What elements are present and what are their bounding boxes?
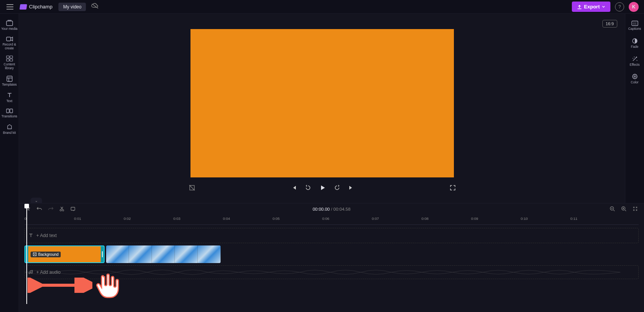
timeline-ruler[interactable]: 0 0:01 0:02 0:03 0:04 0:05 0:06 0:07 0:0…: [24, 215, 639, 225]
sidebar-label: Fade: [631, 45, 638, 49]
svg-rect-8: [10, 109, 13, 113]
ruler-tick: 0:10: [521, 216, 528, 221]
skip-start-button[interactable]: [291, 185, 297, 192]
library-icon: [6, 55, 13, 62]
zoom-out-button[interactable]: [610, 206, 615, 213]
transitions-icon: [6, 108, 13, 114]
current-time: 00:00.00: [313, 207, 330, 211]
sidebar-item-effects[interactable]: Effects: [626, 53, 644, 70]
clip-trim-handle-right[interactable]: [101, 246, 104, 262]
svg-rect-7: [6, 109, 9, 113]
svg-rect-1: [6, 37, 11, 41]
redo-button[interactable]: [48, 206, 53, 212]
top-header: Clipchamp My video Export ? K: [0, 0, 644, 14]
clipchamp-logo-icon: [19, 4, 27, 10]
clip-thumbnail: [198, 245, 221, 263]
svg-rect-2: [6, 56, 9, 58]
sidebar-item-captions[interactable]: CC Captions: [626, 18, 644, 34]
clip-thumbnail: [129, 245, 152, 263]
media-icon: [6, 20, 13, 26]
svg-rect-3: [10, 56, 13, 58]
play-button[interactable]: [320, 185, 326, 192]
sidebar-item-fade[interactable]: Fade: [626, 35, 644, 52]
aspect-ratio-button[interactable]: 16:9: [602, 20, 617, 28]
ruler-tick: 0:05: [273, 216, 280, 221]
effects-icon: [632, 56, 638, 62]
seek-back-button[interactable]: [305, 185, 311, 192]
svg-rect-4: [6, 59, 9, 61]
sidebar-label: Captions: [628, 27, 641, 31]
chevron-down-icon: [602, 6, 605, 8]
sidebar-item-record-create[interactable]: Record & create: [1, 34, 18, 53]
export-button[interactable]: Export: [572, 2, 610, 12]
svg-text:CC: CC: [633, 22, 636, 25]
sidebar-label: Record & create: [1, 43, 18, 50]
timeline-toolbar: 00:00.00 / 00:04.58: [19, 203, 644, 215]
sidebar-label: Effects: [630, 63, 640, 67]
sidebar-item-templates[interactable]: Templates: [1, 73, 18, 89]
sidebar-label: Color: [631, 81, 638, 84]
seek-forward-button[interactable]: [334, 185, 340, 192]
svg-point-15: [62, 210, 64, 211]
sidebar-item-brand-kit[interactable]: Brand kit: [1, 122, 18, 137]
split-button[interactable]: [60, 206, 64, 213]
video-track[interactable]: Background: [24, 245, 639, 263]
text-icon: [29, 233, 33, 238]
clip-thumbnail: [106, 245, 129, 263]
clip-thumbnail: [152, 245, 175, 263]
svg-point-14: [60, 210, 61, 211]
timeline-time-display: 00:00.00 / 00:04.58: [313, 207, 350, 211]
ruler-tick: 0:08: [421, 216, 429, 221]
sidebar-label: Transitions: [2, 115, 17, 119]
playback-controls: [189, 184, 456, 192]
camera-icon: [6, 36, 13, 42]
undo-button[interactable]: [37, 206, 42, 212]
sidebar-item-your-media[interactable]: Your media: [1, 18, 18, 33]
hamburger-icon: [6, 4, 13, 10]
project-name[interactable]: My video: [58, 3, 86, 11]
timeline-area: 00:00.00 / 00:04.58 0 0:01 0:02 0:03 0:0…: [19, 203, 644, 312]
background-clip[interactable]: Background: [24, 245, 105, 263]
sidebar-label: Templates: [2, 83, 17, 87]
svg-rect-16: [71, 207, 75, 210]
sidebar-item-color[interactable]: Color: [626, 70, 644, 88]
crop-button[interactable]: [70, 206, 76, 213]
ruler-tick: 0:03: [173, 216, 181, 221]
color-icon: [632, 73, 638, 80]
sidebar-item-content-library[interactable]: Content library: [1, 53, 18, 73]
cloud-sync-off-button[interactable]: [91, 3, 99, 11]
left-sidebar: Your media Record & create Content libra…: [0, 14, 19, 312]
preview-collapse-toggle[interactable]: ⌄: [31, 198, 42, 203]
video-canvas[interactable]: [190, 29, 454, 177]
menu-button[interactable]: [5, 2, 15, 11]
audio-track-placeholder[interactable]: + Add audio: [24, 265, 639, 279]
ruler-tick: 0:09: [471, 216, 478, 221]
sidebar-label: Brand kit: [3, 131, 16, 135]
sidebar-item-transitions[interactable]: Transitions: [1, 106, 18, 121]
text-icon: [6, 92, 13, 98]
templates-icon: [6, 76, 13, 82]
timeline-tracks: + Add text Background + Add audio: [24, 228, 639, 279]
help-button[interactable]: ?: [615, 2, 624, 11]
ruler-tick: 0:04: [223, 216, 230, 221]
playhead-line: [26, 208, 27, 304]
fullscreen-button[interactable]: [450, 185, 456, 192]
zoom-in-button[interactable]: [621, 206, 626, 213]
upload-icon: [577, 5, 582, 9]
clip-label: Background: [38, 252, 58, 257]
fade-icon: [632, 38, 638, 44]
add-text-label: + Add text: [36, 233, 57, 238]
waveform-placeholder: [25, 267, 620, 278]
zoom-fit-button[interactable]: [633, 206, 638, 213]
text-track-placeholder[interactable]: + Add text: [24, 228, 639, 243]
video-clip[interactable]: [106, 245, 221, 263]
app-logo[interactable]: Clipchamp: [20, 4, 52, 10]
skip-end-button[interactable]: [349, 185, 354, 192]
svg-rect-6: [7, 76, 12, 81]
user-avatar[interactable]: K: [629, 2, 639, 12]
crop-disabled-icon[interactable]: [189, 184, 195, 192]
playhead-handle[interactable]: [24, 204, 29, 208]
sidebar-item-text[interactable]: Text: [1, 90, 18, 106]
ruler-tick: 0:07: [372, 216, 379, 221]
sidebar-label: Text: [6, 99, 13, 103]
